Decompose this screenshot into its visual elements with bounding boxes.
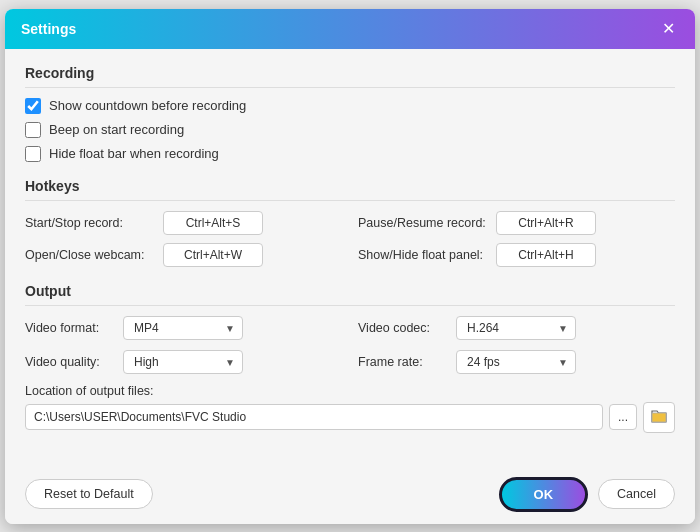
title-bar: Settings ✕ [5, 9, 695, 49]
video-quality-row: Video quality: High Medium Low ▼ [25, 350, 342, 374]
hotkey-row-floatpanel: Show/Hide float panel: [358, 243, 675, 267]
browse-button[interactable]: ... [609, 404, 637, 430]
show-countdown-checkbox[interactable] [25, 98, 41, 114]
output-file-label: Location of output files: [25, 384, 675, 398]
file-path-input[interactable] [25, 404, 603, 430]
settings-dialog: Settings ✕ Recording Show countdown befo… [5, 9, 695, 524]
video-quality-select[interactable]: High Medium Low [123, 350, 243, 374]
output-section: Output Video format: MP4 AVI MOV FLV ▼ [25, 283, 675, 433]
dialog-content: Recording Show countdown before recordin… [5, 49, 695, 465]
video-format-wrapper: MP4 AVI MOV FLV ▼ [123, 316, 243, 340]
video-codec-wrapper: H.264 H.265 MPEG-4 ▼ [456, 316, 576, 340]
webcam-input[interactable] [163, 243, 263, 267]
recording-section: Recording Show countdown before recordin… [25, 65, 675, 162]
hide-float-bar-checkbox[interactable] [25, 146, 41, 162]
hotkeys-section-title: Hotkeys [25, 178, 675, 201]
close-button[interactable]: ✕ [658, 19, 679, 39]
video-quality-wrapper: High Medium Low ▼ [123, 350, 243, 374]
webcam-label: Open/Close webcam: [25, 248, 155, 262]
ok-button[interactable]: OK [499, 477, 589, 512]
hotkeys-section: Hotkeys Start/Stop record: Pause/Resume … [25, 178, 675, 267]
floatpanel-label: Show/Hide float panel: [358, 248, 488, 262]
beep-on-start-checkbox[interactable] [25, 122, 41, 138]
dialog-footer: Reset to Default OK Cancel [5, 465, 695, 524]
pauseresume-input[interactable] [496, 211, 596, 235]
frame-rate-wrapper: 24 fps 30 fps 60 fps ▼ [456, 350, 576, 374]
startstop-label: Start/Stop record: [25, 216, 155, 230]
output-section-title: Output [25, 283, 675, 306]
video-format-select[interactable]: MP4 AVI MOV FLV [123, 316, 243, 340]
checkbox-row-2: Beep on start recording [25, 122, 675, 138]
checkbox-row-1: Show countdown before recording [25, 98, 675, 114]
video-codec-label: Video codec: [358, 321, 448, 335]
hide-float-bar-label: Hide float bar when recording [49, 146, 219, 161]
hotkey-row-pauseresume: Pause/Resume record: [358, 211, 675, 235]
hotkey-row-webcam: Open/Close webcam: [25, 243, 342, 267]
floatpanel-input[interactable] [496, 243, 596, 267]
cancel-button[interactable]: Cancel [598, 479, 675, 509]
footer-right: OK Cancel [499, 477, 675, 512]
hotkeys-grid: Start/Stop record: Pause/Resume record: … [25, 211, 675, 267]
checkbox-row-3: Hide float bar when recording [25, 146, 675, 162]
output-grid: Video format: MP4 AVI MOV FLV ▼ Video co… [25, 316, 675, 374]
output-file-row: Location of output files: ... [25, 384, 675, 433]
video-quality-label: Video quality: [25, 355, 115, 369]
dialog-title: Settings [21, 21, 76, 37]
recording-section-title: Recording [25, 65, 675, 88]
video-codec-select[interactable]: H.264 H.265 MPEG-4 [456, 316, 576, 340]
show-countdown-label: Show countdown before recording [49, 98, 246, 113]
hotkey-row-startstop: Start/Stop record: [25, 211, 342, 235]
reset-button[interactable]: Reset to Default [25, 479, 153, 509]
open-folder-button[interactable] [643, 402, 675, 433]
video-format-row: Video format: MP4 AVI MOV FLV ▼ [25, 316, 342, 340]
frame-rate-label: Frame rate: [358, 355, 448, 369]
frame-rate-select[interactable]: 24 fps 30 fps 60 fps [456, 350, 576, 374]
folder-icon [651, 408, 667, 424]
video-format-label: Video format: [25, 321, 115, 335]
file-input-row: ... [25, 402, 675, 433]
pauseresume-label: Pause/Resume record: [358, 216, 488, 230]
video-codec-row: Video codec: H.264 H.265 MPEG-4 ▼ [358, 316, 675, 340]
startstop-input[interactable] [163, 211, 263, 235]
beep-on-start-label: Beep on start recording [49, 122, 184, 137]
frame-rate-row: Frame rate: 24 fps 30 fps 60 fps ▼ [358, 350, 675, 374]
